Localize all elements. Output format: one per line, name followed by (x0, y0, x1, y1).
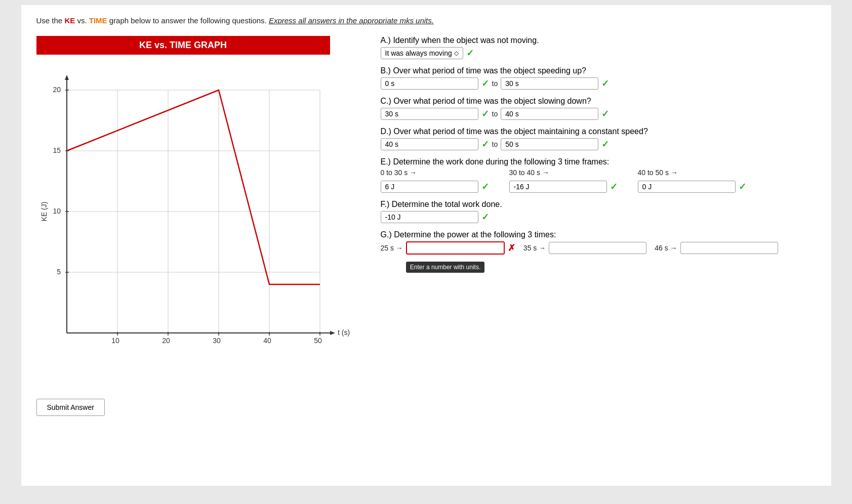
instructions: Use the KE vs. TIME graph below to answe… (36, 15, 816, 27)
question-C-to: to (492, 110, 498, 118)
question-F-text: Determine the total work done. (392, 200, 502, 208)
question-A-header: A.) Identify when the object was not mov… (381, 36, 816, 45)
question-A-text: Identify when the object was not moving. (393, 36, 539, 45)
question-E-frame-0-check: ✓ (481, 181, 489, 192)
svg-text:20: 20 (162, 337, 170, 345)
question-E-frame-0-input[interactable] (381, 181, 478, 193)
question-E-frame-0-label: 0 to 30 s → (381, 169, 489, 177)
questions-section: A.) Identify when the object was not mov… (381, 36, 816, 262)
underline-instruction: Express all answers in the appropriate m… (269, 16, 434, 25)
content-area: KE vs. TIME GRAPH (36, 36, 816, 373)
svg-text:30: 30 (213, 337, 221, 345)
question-E-frame-2-check: ✓ (739, 181, 746, 192)
svg-text:15: 15 (53, 146, 61, 154)
main-container: Use the KE vs. TIME graph below to answe… (21, 5, 831, 486)
svg-text:20: 20 (53, 86, 61, 94)
question-E-frame-2-input[interactable] (638, 181, 736, 193)
question-B-to-input[interactable] (501, 77, 598, 90)
question-D-check2: ✓ (601, 139, 609, 150)
graph-section: KE vs. TIME GRAPH (36, 36, 360, 373)
submit-area: Submit Answer (36, 389, 816, 416)
question-E-frame-2-label: 40 to 50 s → (638, 169, 746, 177)
question-G-label: G.) (381, 230, 392, 239)
question-A-check: ✓ (466, 48, 474, 59)
question-E-text: Determine the work done during the follo… (393, 157, 609, 166)
question-B-check2: ✓ (601, 78, 609, 89)
svg-text:50: 50 (314, 337, 322, 345)
question-C-check1: ✓ (481, 108, 489, 119)
question-G-time-0-input[interactable] (406, 241, 505, 255)
question-E-frame-1: 30 to 40 s → ✓ (509, 169, 618, 193)
question-B-to: to (492, 79, 498, 88)
question-A-dropdown-arrow: ◇ (454, 50, 459, 57)
svg-text:5: 5 (57, 268, 61, 276)
question-C-header: C.) Over what period of time was the obj… (381, 97, 816, 106)
question-C-to-input[interactable] (501, 108, 598, 120)
question-D-from-input[interactable] (381, 138, 478, 150)
question-G-time-0-label: 25 s → (381, 244, 403, 252)
question-A-value: It was always moving (385, 49, 452, 57)
question-G-time-1-label: 35 s → (523, 244, 546, 252)
graph-title: KE vs. TIME GRAPH (36, 36, 330, 55)
svg-text:t (s): t (s) (338, 328, 350, 337)
question-E-frame-1-check: ✓ (610, 181, 618, 192)
question-A: A.) Identify when the object was not mov… (381, 36, 816, 59)
svg-text:10: 10 (53, 207, 61, 215)
question-E-frame-0-answer: ✓ (381, 181, 489, 193)
question-B-from-input[interactable] (381, 77, 478, 90)
svg-text:KE (J): KE (J) (40, 201, 48, 221)
question-E-frame-2-answer: ✓ (638, 181, 746, 193)
svg-marker-11 (330, 331, 335, 335)
question-E-frame-1-answer: ✓ (509, 181, 618, 193)
question-G-power-row: 25 s → Enter a number with units. ✗ 35 s… (381, 241, 816, 255)
question-F-check: ✓ (481, 212, 489, 223)
question-D-label: D.) (381, 127, 391, 136)
question-B-check1: ✓ (481, 78, 489, 89)
question-A-dropdown[interactable]: It was always moving ◇ (381, 47, 463, 59)
question-E-label: E.) (381, 157, 391, 166)
question-G-time-0-cross: ✗ (508, 242, 515, 254)
question-D-to: to (492, 140, 498, 148)
question-C-from-input[interactable] (381, 108, 478, 120)
question-G-tooltip: Enter a number with units. (406, 262, 484, 273)
question-E-frame-0: 0 to 30 s → ✓ (381, 169, 489, 193)
question-E-header: E.) Determine the work done during the f… (381, 157, 816, 166)
question-B-header: B.) Over what period of time was the obj… (381, 66, 816, 75)
question-G: G.) Determine the power at the following… (381, 230, 816, 255)
question-F-label: F.) (381, 200, 390, 208)
question-G-time-0-wrapper: Enter a number with units. (406, 241, 505, 255)
question-F-header: F.) Determine the total work done. (381, 200, 816, 209)
question-E-frame-1-label: 30 to 40 s → (509, 169, 618, 177)
ke-label: KE (64, 16, 75, 25)
question-A-answer-row: It was always moving ◇ ✓ (381, 47, 816, 59)
question-D-check1: ✓ (481, 139, 489, 150)
svg-text:10: 10 (111, 337, 119, 345)
question-D: D.) Over what period of time was the obj… (381, 127, 816, 150)
question-E-frames-row: 0 to 30 s → ✓ 30 to 40 s → ✓ (381, 169, 816, 193)
submit-button[interactable]: Submit Answer (36, 399, 105, 416)
vs-label: vs. (75, 16, 89, 25)
question-B-answer-row: ✓ to ✓ (381, 77, 816, 90)
question-F-answer-row: ✓ (381, 211, 816, 223)
graph-svg: 10 20 30 40 50 5 10 15 20 KE (J) t (s) (36, 60, 350, 363)
question-G-time-2-input[interactable] (680, 242, 778, 254)
question-G-time-1-input[interactable] (549, 242, 646, 254)
question-G-text: Determine the power at the following 3 t… (394, 230, 556, 239)
question-B-label: B.) (381, 66, 391, 75)
svg-marker-12 (65, 75, 69, 80)
question-D-to-input[interactable] (501, 138, 598, 150)
graph-wrapper: 10 20 30 40 50 5 10 15 20 KE (J) t (s) (36, 60, 350, 373)
question-E-frame-2: 40 to 50 s → ✓ (638, 169, 746, 193)
question-E: E.) Determine the work done during the f… (381, 157, 816, 193)
question-F-input[interactable] (381, 211, 478, 223)
question-C-label: C.) (381, 97, 391, 105)
question-B-text: Over what period of time was the object … (393, 66, 586, 75)
question-B: B.) Over what period of time was the obj… (381, 66, 816, 90)
question-A-label: A.) (381, 36, 391, 45)
question-E-frame-1-input[interactable] (509, 181, 607, 193)
question-D-header: D.) Over what period of time was the obj… (381, 127, 816, 136)
question-G-header: G.) Determine the power at the following… (381, 230, 816, 239)
question-F: F.) Determine the total work done. ✓ (381, 200, 816, 223)
question-C-check2: ✓ (601, 108, 609, 119)
question-D-text: Over what period of time was the object … (393, 127, 648, 136)
